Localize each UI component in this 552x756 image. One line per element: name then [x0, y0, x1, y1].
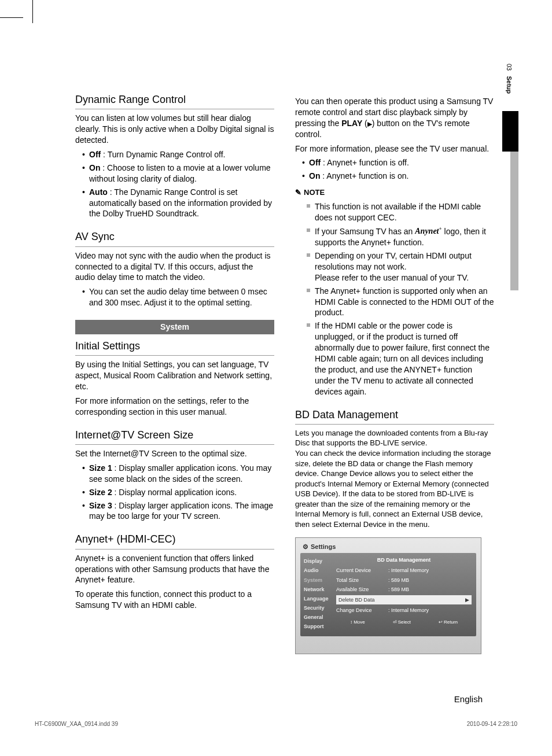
- anynet-cont-p2: For more information, please see the TV …: [295, 143, 494, 154]
- heading-initial-settings: Initial Settings: [75, 339, 274, 356]
- right-column: You can then operate this product using …: [295, 93, 494, 654]
- sidebar-item: Security: [300, 603, 334, 613]
- heading-bd: BD Data Management: [295, 408, 494, 425]
- page: 03 Setup Dynamic Range Control You can l…: [0, 0, 552, 756]
- list-item: If the HDMI cable or the power code is u…: [307, 320, 494, 397]
- chapter-name: Setup: [506, 76, 513, 94]
- settings-sidebar: Display Audio System Network Language Se…: [300, 553, 334, 636]
- system-tab: System: [75, 320, 274, 334]
- itv-list: Size 1 : Display smaller application ico…: [75, 463, 274, 522]
- play-icon: ▶: [367, 120, 372, 128]
- list-item: Size 3 : Display larger application icon…: [82, 500, 274, 522]
- sidebar-item: General: [300, 613, 334, 622]
- chapter-number: 03: [506, 64, 513, 71]
- list-item: On : Choose to listen to a movie at a lo…: [82, 163, 274, 185]
- anynet-p1: Anynet+ is a convenient function that of…: [75, 553, 274, 586]
- sidebar-item: Support: [300, 622, 334, 631]
- settings-highlight-row: Delete BD Data ▶: [336, 595, 472, 604]
- settings-main-title: BD Data Management: [336, 556, 472, 563]
- settings-hints: ↕ Move ⏎ Select ↩ Return: [336, 619, 472, 626]
- heading-anynet: Anynet+ (HDMI-CEC): [75, 532, 274, 549]
- list-item: Off : Turn Dynamic Range Control off.: [82, 149, 274, 160]
- drc-list: Off : Turn Dynamic Range Control off. On…: [75, 149, 274, 219]
- gear-icon: ⚙: [303, 543, 308, 551]
- anynet-on-off-list: Off : Anynet+ function is off. On : Anyn…: [295, 157, 494, 182]
- sidebar-item: Network: [300, 585, 334, 594]
- sidebar-item: Language: [300, 594, 334, 603]
- anynet-logo: Anynet+: [415, 227, 441, 235]
- print-footer: HT-C6900W_XAA_0914.indd 39 2010-09-14 2:…: [35, 721, 517, 727]
- footer-right: 2010-09-14 2:28:10: [467, 721, 517, 727]
- list-item: You can set the audio delay time between…: [82, 286, 274, 308]
- avsync-intro: Video may not sync with the audio when t…: [75, 250, 274, 283]
- anynet-cont-p1: You can then operate this product using …: [295, 96, 494, 140]
- avsync-list: You can set the audio delay time between…: [75, 286, 274, 308]
- settings-screenshot: ⚙Settings Display Audio System Network L…: [295, 537, 481, 654]
- note-icon: ✎: [295, 187, 301, 198]
- anynet-p2: To operate this function, connect this p…: [75, 589, 274, 611]
- sidebar-item: Audio: [300, 566, 334, 575]
- itv-intro: Set the Internet@TV Screen to the optima…: [75, 448, 274, 459]
- initial-settings-p2: For more information on the settings, re…: [75, 396, 274, 418]
- list-item: Depending on your TV, certain HDMI outpu…: [307, 250, 494, 283]
- initial-settings-p1: By using the Initial Settings, you can s…: [75, 359, 274, 392]
- list-item: Auto : The Dynamic Range Control is set …: [82, 187, 274, 220]
- settings-main: BD Data Management Current Device: Inter…: [334, 553, 476, 636]
- list-item: The Anynet+ function is supported only w…: [307, 286, 494, 319]
- sidebar-item-active: System: [300, 576, 334, 585]
- list-item: Size 1 : Display smaller application ico…: [82, 463, 274, 485]
- heading-avsync: AV Sync: [75, 230, 274, 246]
- chevron-right-icon: ▶: [465, 596, 469, 603]
- heading-itv: Internet@TV Screen Size: [75, 428, 274, 445]
- note-list: This function is not available if the HD…: [295, 201, 494, 397]
- settings-title: ⚙Settings: [303, 543, 336, 551]
- drc-intro: You can listen at low volumes but still …: [75, 113, 274, 146]
- note-label: ✎NOTE: [295, 187, 494, 198]
- language-footer: English: [454, 694, 483, 704]
- list-item: This function is not available if the HD…: [307, 201, 494, 223]
- footer-left: HT-C6900W_XAA_0914.indd 39: [35, 721, 118, 727]
- left-column: Dynamic Range Control You can listen at …: [75, 93, 274, 654]
- list-item: Off : Anynet+ function is off.: [302, 157, 494, 168]
- list-item: On : Anynet+ function is on.: [302, 171, 494, 182]
- list-item: Size 2 : Display normal application icon…: [82, 487, 274, 498]
- sidebar-item: Display: [300, 556, 334, 566]
- bd-para: Lets you manage the downloaded contents …: [295, 428, 494, 529]
- side-tab: 03 Setup: [502, 58, 518, 335]
- list-item: If your Samsung TV has an Anynet+ logo, …: [307, 226, 494, 248]
- heading-drc: Dynamic Range Control: [75, 93, 274, 109]
